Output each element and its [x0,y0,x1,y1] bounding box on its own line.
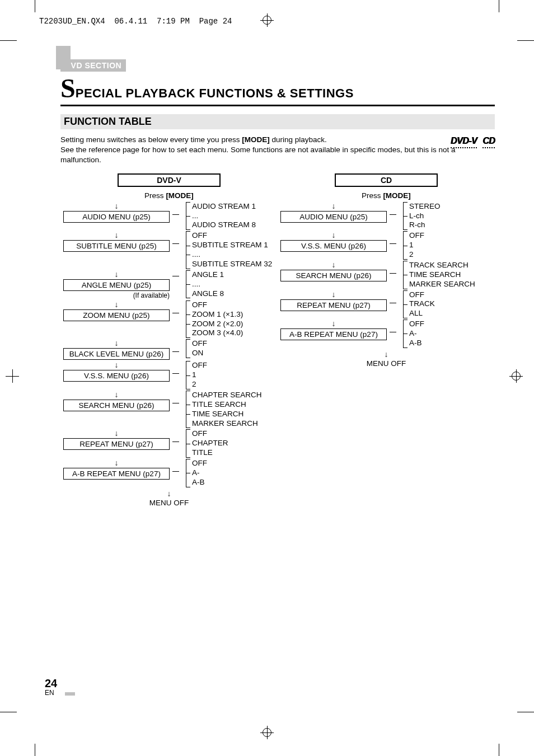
connector-line [172,214,179,215]
options-bracket: OFFTRACKALL [403,290,435,319]
badge-dvdv: DVD-V [451,135,477,148]
menu-off-label: MENU OFF [149,499,189,507]
menu-option: L-ch [409,212,441,221]
title-initial: S [60,73,76,103]
connector-line [172,403,179,403]
menu-option: AUDIO STREAM 8 [192,220,256,230]
arrow-down-icon: ↓ [332,261,336,269]
menu-box: SUBTITLE MENU (p25) [63,240,170,252]
menu-option: TRACK SEARCH [409,261,475,270]
options-bracket: OFFCHAPTERTITLE [186,429,228,458]
menu-row: ↓ZOOM MENU (p25)OFFZOOM 1 (×1.3)ZOOM 2 (… [60,299,278,339]
menu-box: REPEAT MENU (p27) [63,438,170,450]
menu-box: AUDIO MENU (p25) [63,211,170,223]
arrow-down-icon: ↓ [115,231,119,239]
press-mode-line: Press [MODE] [330,191,442,200]
page-number-value: 24 [45,678,57,689]
crop-mark [517,40,534,41]
menu-option: 2 [409,250,424,260]
menu-option: 2 [192,380,207,389]
function-table: DVD-V Press [MODE] ↓AUDIO MENU (p25)AUDI… [60,173,495,507]
menu-stack: ↓A-B REPEAT MENU (p27) [60,458,172,480]
intro-part: during playback. [270,135,327,144]
title-rest: PECIAL PLAYBACK FUNCTIONS & SETTINGS [76,86,354,100]
registration-mark-top [260,13,274,27]
menu-options: OFFA-A-B [184,458,207,487]
menu-off-dvdv: ↓ MENU OFF [113,490,225,507]
options-bracket: ANGLE 1....ANGLE 8 [186,270,224,299]
menu-tree-dvdv: ↓AUDIO MENU (p25)AUDIO STREAM 1...AUDIO … [60,201,278,487]
menu-options: ANGLE 1....ANGLE 8 [184,269,224,299]
menu-options: OFFZOOM 1 (×1.3)ZOOM 2 (×2.0)ZOOM 3 (×4.… [184,299,243,339]
options-bracket: OFFON [186,339,207,358]
column-cd: CD Press [MODE] ↓AUDIO MENU (p25)STEREOL… [278,173,495,507]
menu-option: A- [192,468,207,478]
menu-row: ↓V.S.S. MENU (p26)OFF12 [278,230,495,260]
arrow-down-icon: ↓ [332,290,336,298]
menu-stack: ↓ANGLE MENU (p25)(If available) [60,269,172,299]
arrow-down-icon: ↓ [115,459,119,467]
menu-option: OFF [192,429,228,439]
menu-options: STEREOL-chR-ch [401,201,441,231]
page-language: EN [45,689,54,697]
menu-option: R-ch [409,220,441,230]
menu-stack: ↓V.S.S. MENU (p26) [60,360,172,382]
menu-option: ... [192,212,256,221]
menu-option: OFF [192,459,207,468]
options-bracket: OFF12 [186,361,207,389]
arrow-down-icon: ↓ [115,391,119,398]
menu-box: AUDIO MENU (p25) [280,211,387,223]
crop-mark [517,712,534,712]
registration-mark-right [509,369,523,383]
intro-part: See the reference page for how to set ea… [60,145,455,164]
menu-row: ↓ANGLE MENU (p25)(If available)ANGLE 1..… [60,269,278,299]
connector-line [390,214,396,215]
connector-line [172,351,179,352]
menu-option: OFF [192,339,207,349]
press-mode-line: Press [MODE] [113,191,225,200]
arrow-down-icon: ↓ [115,300,119,308]
options-bracket: TRACK SEARCHTIME SEARCHMARKER SEARCH [403,261,475,289]
arrow-down-icon: ↓ [115,339,119,347]
column-heading-cd: CD [335,173,438,187]
arrow-down-icon: ↓ [332,202,336,210]
menu-option: ZOOM 2 (×2.0) [192,320,243,329]
menu-stack: ↓SEARCH MENU (p26) [60,389,172,411]
intro-text: DVD-V CD Setting menu switches as below … [60,135,495,166]
intro-part: Setting menu switches as below every tim… [60,135,242,144]
connector-line [172,276,179,276]
connector-line [172,442,179,442]
arrow-down-icon: ↓ [115,429,119,437]
menu-stack: ↓SUBTITLE MENU (p25) [60,230,172,252]
page: T2203UD_EN.QX4 06.4.11 7:19 PM Page 24 D… [0,0,534,756]
menu-stack: ↓V.S.S. MENU (p26) [278,230,390,252]
menu-options: OFFSUBTITLE STREAM 1....SUBTITLE STREAM … [184,230,272,269]
menu-row: ↓SEARCH MENU (p26)CHAPTER SEARCHTITLE SE… [60,389,278,429]
press-mode-key: [MODE] [383,191,411,200]
menu-stack: ↓SEARCH MENU (p26) [278,260,390,281]
menu-row: ↓SUBTITLE MENU (p25)OFFSUBTITLE STREAM 1… [60,230,278,269]
menu-row: ↓REPEAT MENU (p27)OFFCHAPTERTITLE [60,428,278,458]
menu-stack: ↓REPEAT MENU (p27) [278,289,390,311]
connector-line [172,373,179,374]
connector-line [172,243,179,244]
menu-row: ↓AUDIO MENU (p25)STEREOL-chR-ch [278,201,495,231]
menu-box: SEARCH MENU (p26) [63,400,170,411]
menu-option: CHAPTER [192,439,228,448]
page-number-accent [65,692,75,696]
disc-type-badges: DVD-V CD [447,135,495,148]
menu-option: 1 [192,370,207,380]
menu-option: STEREO [409,202,441,212]
menu-option: .... [192,280,224,289]
menu-option: OFF [409,290,435,300]
press-text: Press [362,191,383,200]
intro-mode-key: [MODE] [242,135,270,144]
menu-option: OFF [409,231,424,241]
menu-option: TIME SEARCH [192,410,262,419]
registration-mark-bottom [260,726,274,739]
menu-box: ANGLE MENU (p25) [63,279,170,291]
arrow-down-icon: ↓ [115,202,119,210]
menu-options: AUDIO STREAM 1...AUDIO STREAM 8 [184,201,256,231]
menu-box: A-B REPEAT MENU (p27) [63,468,170,480]
menu-option: SUBTITLE STREAM 1 [192,241,272,250]
